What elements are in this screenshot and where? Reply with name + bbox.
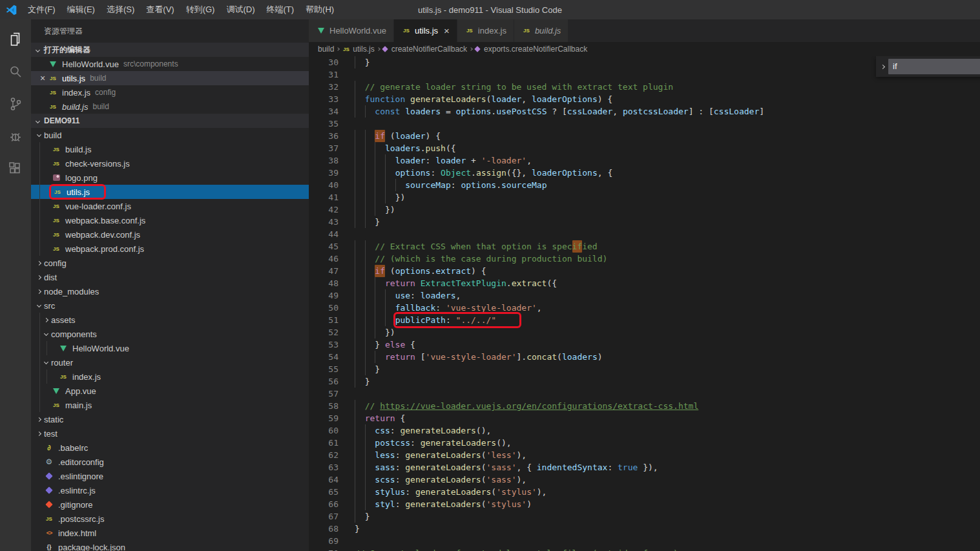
js-icon: JS (342, 45, 350, 54)
tree-file-App.vue[interactable]: App.vue (31, 384, 309, 398)
line-number: 32 (309, 81, 339, 93)
file-label: utils.js (67, 187, 90, 197)
line-number: 43 (309, 216, 339, 228)
tree-file-.babelrc[interactable]: ∂.babelrc (31, 441, 309, 455)
tab-HelloWorld.vue[interactable]: HelloWorld.vue (309, 19, 394, 42)
tree-folder-build[interactable]: build (31, 128, 309, 142)
menu-item[interactable]: 查看(V) (140, 0, 180, 19)
menu-item[interactable]: 终端(T) (260, 0, 300, 19)
tree-file-utils.js[interactable]: JSutils.js (31, 185, 309, 199)
menu-item[interactable]: 转到(G) (180, 0, 221, 19)
breadcrumb-item-utils.js[interactable]: JSutils.js (342, 45, 374, 54)
find-replace-toggle[interactable] (878, 56, 887, 77)
folder-label: node_modules (44, 287, 99, 296)
chevron-right-icon (469, 47, 473, 51)
tree-file-webpack.prod.conf.js[interactable]: JSwebpack.prod.conf.js (31, 242, 309, 256)
tree-file-webpack.base.conf.js[interactable]: JSwebpack.base.conf.js (31, 213, 309, 227)
tab-utils.js[interactable]: JSutils.js× (394, 19, 457, 42)
tab-bar: HelloWorld.vueJSutils.js×JSindex.jsJSbui… (309, 19, 980, 42)
open-editors-header[interactable]: 打开的编辑器 (31, 43, 309, 57)
open-editor-item-HelloWorld.vue[interactable]: HelloWorld.vuesrc\components (31, 57, 309, 71)
open-editor-item-build.js[interactable]: JSbuild.jsbuild (31, 99, 309, 114)
tree-file-.gitignore[interactable]: .gitignore (31, 497, 309, 512)
tab-index.js[interactable]: JSindex.js (457, 19, 514, 42)
tree-file-webpack.dev.conf.js[interactable]: JSwebpack.dev.conf.js (31, 227, 309, 242)
file-label: .postcssrc.js (58, 514, 105, 524)
tree-file-.editorconfig[interactable]: ⚙.editorconfig (31, 455, 309, 469)
code-line: 69 (309, 535, 980, 547)
editor-desc: config (95, 88, 116, 97)
html-icon: <> (44, 528, 54, 538)
workspace-folder-header[interactable]: DEMO911 (31, 114, 309, 128)
code-line: 32 // generate loader string to be used … (309, 81, 980, 93)
menu-item[interactable]: 选择(S) (101, 0, 140, 19)
close-icon[interactable]: × (444, 26, 450, 36)
code-line: 36 if (loader) { (309, 130, 980, 142)
extensions-icon[interactable] (0, 152, 31, 185)
tree-folder-static[interactable]: static (31, 412, 309, 426)
code-line: 46 // (which is the case during producti… (309, 253, 980, 265)
file-label: index.js (72, 372, 101, 382)
open-editor-item-index.js[interactable]: JSindex.jsconfig (31, 85, 309, 99)
tree-file-vue-loader.conf.js[interactable]: JSvue-loader.conf.js (31, 199, 309, 213)
tree-folder-config[interactable]: config (31, 256, 309, 270)
eslint-icon (44, 471, 54, 481)
tree-folder-dist[interactable]: dist (31, 270, 309, 284)
tab-build.js[interactable]: JSbuild.js (514, 19, 568, 42)
close-icon[interactable]: × (37, 73, 48, 83)
find-input[interactable]: if (888, 59, 980, 74)
tree-folder-test[interactable]: test (31, 426, 309, 441)
tree-file-.eslintrc.js[interactable]: .eslintrc.js (31, 483, 309, 497)
code-line: 45 // Extract CSS when that option is sp… (309, 240, 980, 253)
breadcrumb-item-build[interactable]: build (318, 45, 334, 54)
js-icon: JS (51, 201, 61, 211)
breadcrumb-label: build (318, 45, 334, 54)
tree-file-.postcssrc.js[interactable]: JS.postcssrc.js (31, 512, 309, 526)
open-editor-item-utils.js[interactable]: ×JSutils.jsbuild (31, 71, 309, 85)
tree-file-build.js[interactable]: JSbuild.js (31, 142, 309, 156)
menu-item[interactable]: 编辑(E) (61, 0, 101, 19)
tree-file-.eslintignore[interactable]: .eslintignore (31, 469, 309, 483)
tab-label: utils.js (415, 26, 438, 36)
tree-file-main.js[interactable]: JSmain.js (31, 398, 309, 412)
title-bar: 文件(F)编辑(E)选择(S)查看(V)转到(G)调试(D)终端(T)帮助(H)… (0, 0, 980, 19)
chevron-down-icon (36, 132, 41, 136)
code-editor[interactable]: 30 }3132 // generate loader string to be… (309, 56, 980, 551)
folder-label: components (51, 329, 97, 339)
line-number: 53 (309, 338, 339, 351)
tree-file-check-versions.js[interactable]: JScheck-versions.js (31, 156, 309, 171)
tree-file-index.js[interactable]: JSindex.js (31, 369, 309, 384)
file-label: build.js (65, 145, 91, 154)
menu-item[interactable]: 调试(D) (220, 0, 260, 19)
breadcrumb-item-createNotifierCallback[interactable]: createNotifierCallback (382, 45, 467, 54)
js-icon: JS (51, 229, 61, 240)
tree-folder-src[interactable]: src (31, 298, 309, 313)
tree-file-HelloWorld.vue[interactable]: HelloWorld.vue (31, 341, 309, 355)
code-line: 63 sass: generateLoaders('sass', { inden… (309, 461, 980, 473)
line-number: 55 (309, 363, 339, 375)
git-icon (44, 499, 54, 510)
search-icon[interactable] (0, 56, 31, 88)
menu-item[interactable]: 帮助(H) (300, 0, 340, 19)
explorer-icon[interactable] (0, 23, 31, 56)
line-number: 40 (309, 179, 339, 191)
chevron-right-icon (43, 317, 48, 322)
tree-folder-assets[interactable]: assets (31, 313, 309, 327)
tree-file-index.html[interactable]: <>index.html (31, 526, 309, 540)
tree-file-logo.png[interactable]: logo.png (31, 171, 309, 185)
menu-item[interactable]: 文件(F) (22, 0, 61, 19)
line-number: 38 (309, 154, 339, 167)
folder-label: dist (44, 273, 57, 282)
breadcrumb-item-exports.createNotifierCallback[interactable]: exports.createNotifierCallback (475, 45, 587, 54)
annotation-box: publicPath: "../../" (395, 314, 520, 326)
file-label: logo.png (65, 173, 98, 183)
js-icon: JS (51, 144, 61, 154)
source-control-icon[interactable] (0, 88, 31, 120)
line-number: 34 (309, 105, 339, 118)
tree-folder-components[interactable]: components (31, 327, 309, 341)
tree-folder-node_modules[interactable]: node_modules (31, 284, 309, 298)
tree-file-package-lock.json[interactable]: {}package-lock.json (31, 540, 309, 551)
menu-bar: 文件(F)编辑(E)选择(S)查看(V)转到(G)调试(D)终端(T)帮助(H) (22, 0, 340, 19)
tree-folder-router[interactable]: router (31, 355, 309, 369)
run-debug-icon[interactable] (0, 120, 31, 152)
